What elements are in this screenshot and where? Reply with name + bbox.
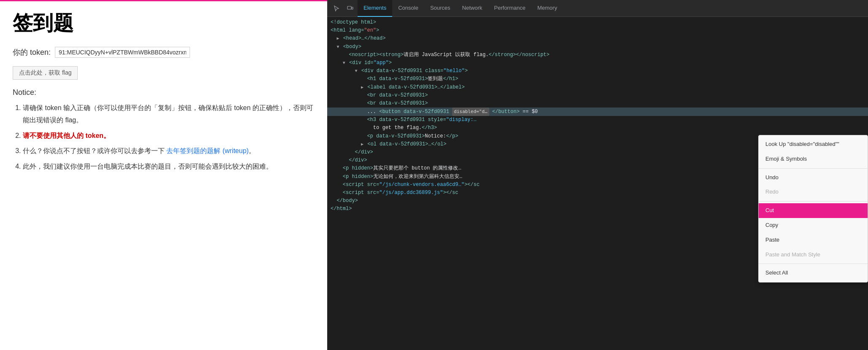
context-menu-item-cut[interactable]: Cut <box>759 203 868 218</box>
notice-item-3: 什么？你说点不了按钮？或许你可以去参考一下 去年签到题的题解 (writeup)… <box>23 145 315 157</box>
tab-performance[interactable]: Performance <box>488 0 531 17</box>
token-input[interactable] <box>55 47 190 58</box>
tab-elements[interactable]: Elements <box>358 0 392 17</box>
context-menu-item-undo[interactable]: Undo <box>759 170 868 185</box>
context-menu-item-paste[interactable]: Paste <box>759 233 868 248</box>
svg-rect-1 <box>352 7 353 9</box>
context-menu-item-emoji[interactable]: Emoji & Symbols <box>759 152 868 167</box>
devtools-toolbar: Elements Console Sources Network Perform… <box>327 0 868 17</box>
page-title: 签到题 <box>13 10 315 37</box>
html-line: <h1 data-v-52fd0931>签到题</h1> <box>327 75 868 83</box>
token-label: 你的 token: <box>13 47 51 57</box>
cursor-icon-btn[interactable] <box>331 3 342 14</box>
html-line: <html lang="en"> <box>327 27 868 35</box>
html-line: <noscript><strong>请启用 JavaScript 以获取 fla… <box>327 51 868 59</box>
notice-item-2: 请不要使用其他人的 token。 <box>23 130 315 142</box>
tab-memory[interactable]: Memory <box>532 0 563 17</box>
html-line-button[interactable]: ... <button data-v-52fd0931 disabled="d…… <box>327 108 868 116</box>
notice-title: Notice: <box>13 88 315 97</box>
context-menu-separator <box>759 168 868 169</box>
html-line: ▼ <div data-v-52fd0931 class="hello"> <box>327 67 868 75</box>
html-line: <br data-v-52fd0931> <box>327 92 868 100</box>
context-menu-item-copy[interactable]: Copy <box>759 218 868 233</box>
html-line: ▼ <div id="app"> <box>327 59 868 67</box>
html-line: <!doctype html> <box>327 19 868 27</box>
context-menu-item-paste-match: Paste and Match Style <box>759 248 868 262</box>
notice-list: 请确保 token 输入正确（你可以使用平台的「复制」按钮，确保粘贴后 toke… <box>13 102 315 173</box>
tab-sources[interactable]: Sources <box>424 0 456 17</box>
html-line: <br data-v-52fd0931> <box>327 100 868 108</box>
context-menu-item-select-all[interactable]: Select All <box>759 266 868 280</box>
get-flag-btn[interactable]: 点击此处，获取 flag <box>13 66 78 80</box>
token-row: 你的 token: <box>13 47 315 58</box>
notice-item-1: 请确保 token 输入正确（你可以使用平台的「复制」按钮，确保粘贴后 toke… <box>23 102 315 127</box>
html-line: ▼ <body> <box>327 43 868 51</box>
context-menu-item-redo: Redo <box>759 185 868 199</box>
notice-item-4: 此外，我们建议你使用一台电脑完成本比赛的题目，否则可能会遇到比较大的困难。 <box>23 161 315 173</box>
tab-console[interactable]: Console <box>392 0 424 17</box>
writeup-link[interactable]: 去年签到题的题解 (writeup) <box>166 147 249 154</box>
devtools-html-content[interactable]: <!doctype html> <html lang="en"> ▶ <head… <box>327 17 868 350</box>
context-menu-separator-3 <box>759 264 868 264</box>
context-menu-separator-2 <box>759 201 868 202</box>
html-line: <h3 data-v-52fd0931 style="display:… <box>327 116 868 124</box>
disabled-badge: disabled="d… <box>452 108 489 116</box>
tab-network[interactable]: Network <box>456 0 488 17</box>
html-line: ▶ <head>…</head> <box>327 35 868 43</box>
notice-item-2-text: 请不要使用其他人的 token。 <box>23 132 110 139</box>
svg-rect-0 <box>347 6 351 9</box>
devtools-panel: Elements Console Sources Network Perform… <box>327 0 868 350</box>
html-line: to get the flag.</h3> <box>327 124 868 132</box>
context-menu: Look Up "disabled="disabled"" Emoji & Sy… <box>758 135 868 283</box>
devtools-tabs: Elements Console Sources Network Perform… <box>358 0 563 17</box>
webpage-content: 签到题 你的 token: 点击此处，获取 flag Notice: 请确保 t… <box>0 0 327 350</box>
html-line: ▶ <label data-v-52fd0931>…</label> <box>327 83 868 92</box>
device-icon-btn[interactable] <box>344 3 356 14</box>
context-menu-item-lookup[interactable]: Look Up "disabled="disabled"" <box>759 137 868 152</box>
